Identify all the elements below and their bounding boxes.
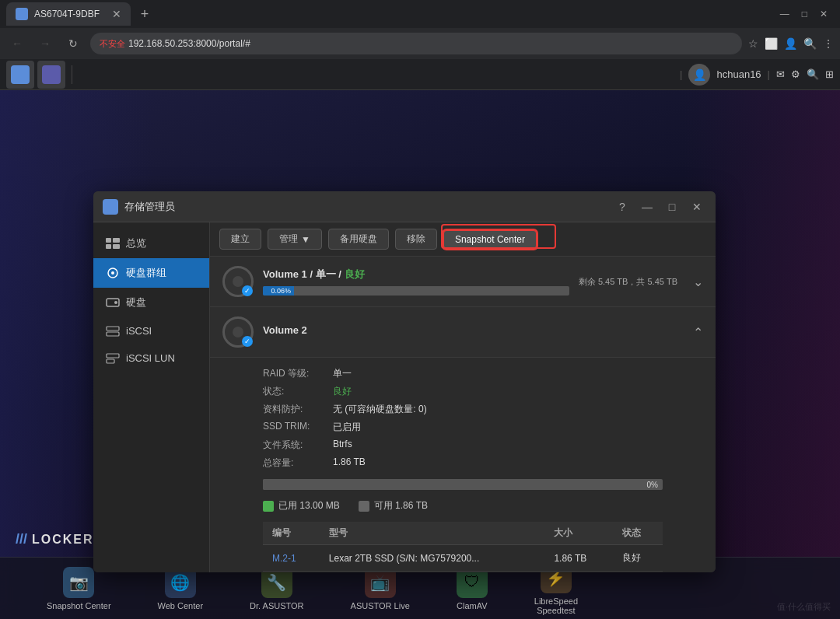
window-title: 存储管理员 xyxy=(124,200,613,214)
window-minimize-button[interactable]: — xyxy=(638,198,656,216)
backup-button[interactable]: 备用硬盘 xyxy=(328,229,389,250)
trim-value: 已启用 xyxy=(333,421,361,434)
window-body: 总览 硬盘群组 硬盘 xyxy=(93,222,716,572)
search-icon[interactable]: 🔍 xyxy=(803,37,817,50)
bookmark-icon[interactable]: ☆ xyxy=(748,37,758,50)
manage-button[interactable]: 管理 ▼ xyxy=(268,229,322,250)
disk-table: 编号 型号 大小 状态 M.2-1 Lexar 2TB xyxy=(263,522,663,572)
volume-1-item: ✓ Volume 1 / 单一 / 良好 xyxy=(210,257,716,307)
volume-2-item: ✓ Volume 2 ⌃ RAID 等级: xyxy=(210,307,716,572)
back-button[interactable]: ← xyxy=(6,33,28,54)
col-id: 编号 xyxy=(263,522,320,545)
manage-dropdown-icon: ▼ xyxy=(301,234,310,245)
detail-row-raid: RAID 等级: 单一 xyxy=(263,367,663,380)
sidebar-item-disk[interactable]: 硬盘 xyxy=(93,288,209,317)
detail-row-protection: 资料防护: 无 (可容纳硬盘数量: 0) xyxy=(263,403,663,416)
taskbar-item-clamav[interactable]: 🛡 ClamAV xyxy=(457,567,488,610)
taskbar-item-web-center[interactable]: 🌐 Web Center xyxy=(158,567,204,610)
svg-rect-3 xyxy=(113,244,120,249)
snapshot-center-button[interactable]: Snapshot Center xyxy=(443,230,537,249)
disk-check-v2: ✓ xyxy=(242,336,253,347)
volume-1-header[interactable]: ✓ Volume 1 / 单一 / 良好 xyxy=(210,257,716,306)
disk-circle-v1: ✓ xyxy=(222,266,254,297)
tab-title: AS6704T-9DBF xyxy=(34,9,100,19)
volume-2-name-row: Volume 2 xyxy=(263,324,677,341)
new-tab-button[interactable]: + xyxy=(134,3,156,25)
user-avatar: 👤 xyxy=(688,64,710,86)
svg-rect-9 xyxy=(107,332,119,336)
separator2-icon: | xyxy=(768,68,770,80)
volume-1-expand-button[interactable]: ⌄ xyxy=(693,275,703,289)
close-window-button[interactable]: ✕ xyxy=(820,9,828,19)
disk-inner-v1 xyxy=(233,276,243,287)
account-icon[interactable]: 👤 xyxy=(784,37,797,50)
volume-2-progress-pct: 0% xyxy=(647,481,658,489)
remove-button[interactable]: 移除 xyxy=(395,229,437,250)
desktop: 存储管理员 ? — □ ✕ 总览 xyxy=(0,90,840,619)
tab-bar: AS6704T-9DBF ✕ + — □ ✕ xyxy=(0,0,840,28)
volume-2-collapse-button[interactable]: ⌃ xyxy=(693,325,703,340)
settings-icon[interactable]: ⚙ xyxy=(791,68,800,80)
volume-1-disk-icon: ✓ xyxy=(222,266,254,297)
restore-button[interactable]: □ xyxy=(802,9,807,19)
taskbar-item-dr-asustor[interactable]: 🔧 Dr. ASUSTOR xyxy=(250,567,303,610)
address-input[interactable]: 不安全 192.168.50.253:8000/portal/# xyxy=(90,33,742,54)
iscsi-icon xyxy=(106,326,120,337)
asustor-icon-btn[interactable] xyxy=(6,61,34,89)
portal-icon-btn[interactable] xyxy=(37,61,65,89)
tab-close-button[interactable]: ✕ xyxy=(112,8,121,20)
volume-2-header[interactable]: ✓ Volume 2 ⌃ xyxy=(210,307,716,357)
iscsi-lun-icon xyxy=(106,353,120,364)
sidebar: 总览 硬盘群组 硬盘 xyxy=(93,222,210,572)
window-maximize-button[interactable]: □ xyxy=(663,198,681,216)
browser-tab[interactable]: AS6704T-9DBF ✕ xyxy=(6,2,131,26)
col-status: 状态 xyxy=(613,522,663,545)
available-legend-label: 可用 1.86 TB xyxy=(374,499,428,512)
taskbar-item-asustor-live[interactable]: 📺 ASUSTOR Live xyxy=(351,567,410,610)
minimize-button[interactable]: — xyxy=(780,9,789,19)
sidebar-item-iscsi-lun[interactable]: iSCSI LUN xyxy=(93,344,209,372)
create-button[interactable]: 建立 xyxy=(219,229,261,250)
window-titlebar: 存储管理员 ? — □ ✕ xyxy=(93,191,716,222)
address-bar: ← → ↻ 不安全 192.168.50.253:8000/portal/# ☆… xyxy=(0,28,840,59)
col-size: 大小 xyxy=(544,522,613,545)
sidebar-diskgroup-label: 硬盘群组 xyxy=(126,266,166,280)
svg-rect-8 xyxy=(107,327,119,330)
fs-label: 文件系统: xyxy=(263,439,333,452)
capacity-value: 1.86 TB xyxy=(333,456,366,470)
extensions-icon[interactable]: ⬜ xyxy=(765,37,778,50)
raid-value: 单一 xyxy=(333,367,352,380)
asustor-live-taskbar-label: ASUSTOR Live xyxy=(351,601,410,610)
volume-2-progress: 0% xyxy=(263,479,663,490)
window-controls: ? — □ ✕ xyxy=(613,198,706,216)
usage-legend: 已用 13.00 MB 可用 1.86 TB xyxy=(263,499,663,512)
disk-status-cell: 良好 xyxy=(613,545,663,572)
volume-1-status: 良好 xyxy=(345,268,365,280)
snapshot-center-taskbar-label: Snapshot Center xyxy=(47,601,111,610)
search2-icon[interactable]: 🔍 xyxy=(807,68,819,80)
disk-table-body: M.2-1 Lexar 2TB SSD (S/N: MG7579200... 1… xyxy=(263,545,663,572)
security-label: 不安全 xyxy=(100,38,125,50)
trim-label: SSD TRIM: xyxy=(263,421,333,434)
disk-circle-v2: ✓ xyxy=(222,316,254,348)
sidebar-item-disk-group[interactable]: 硬盘群组 xyxy=(93,258,209,288)
menu-icon[interactable]: ⋮ xyxy=(823,37,834,50)
forward-button[interactable]: → xyxy=(34,33,56,54)
grid-icon[interactable]: ⊞ xyxy=(825,68,834,80)
messages-icon[interactable]: ✉ xyxy=(776,68,785,80)
taskbar-item-snapshot-center[interactable]: 📷 Snapshot Center xyxy=(47,567,111,610)
volume-1-progress-bar: 0.06% xyxy=(263,286,569,296)
available-legend-item: 可用 1.86 TB xyxy=(359,499,428,512)
dr-asustor-taskbar-label: Dr. ASUSTOR xyxy=(250,601,303,610)
sidebar-item-iscsi[interactable]: iSCSI xyxy=(93,317,209,344)
window-close-button[interactable]: ✕ xyxy=(688,198,706,216)
sidebar-iscsi-lun-label: iSCSI LUN xyxy=(126,352,175,364)
volume-1-info: Volume 1 / 单一 / 良好 0.06% xyxy=(263,268,569,296)
disk-id-cell[interactable]: M.2-1 xyxy=(263,545,320,572)
svg-rect-11 xyxy=(107,359,114,363)
volume-2-progress-fill xyxy=(263,479,271,490)
detail-row-trim: SSD TRIM: 已启用 xyxy=(263,421,663,434)
sidebar-item-overview[interactable]: 总览 xyxy=(93,229,209,258)
reload-button[interactable]: ↻ xyxy=(62,33,84,54)
window-help-button[interactable]: ? xyxy=(613,198,632,216)
